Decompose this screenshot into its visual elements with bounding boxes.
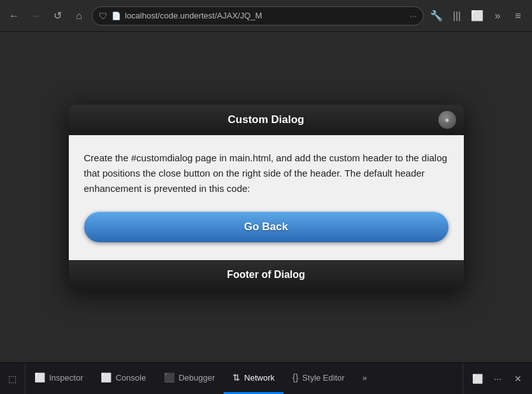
network-icon: ⇅ bbox=[233, 372, 240, 383]
address-text: localhost/code.undertest/AJAX/JQ_M bbox=[125, 11, 406, 20]
devtools-close-icon: ✕ bbox=[514, 374, 522, 384]
back-icon: ← bbox=[9, 10, 19, 22]
reload-button[interactable]: ↺ bbox=[48, 7, 66, 25]
tab-network[interactable]: ⇅ Network bbox=[224, 363, 284, 394]
address-bar[interactable]: 🛡 📄 localhost/code.undertest/AJAX/JQ_M ·… bbox=[92, 6, 424, 26]
browser-toolbar: ← → ↺ ⌂ 🛡 📄 localhost/code.undertest/AJA… bbox=[0, 0, 532, 32]
home-button[interactable]: ⌂ bbox=[70, 7, 88, 25]
devtools-bar: ⬚ ⬜ Inspector ⬜ Console ⬛ Debugger ⇅ Net… bbox=[0, 362, 532, 394]
dialog-close-button[interactable]: ● bbox=[438, 111, 456, 129]
close-icon: ● bbox=[445, 115, 449, 124]
wrench-icon: 🔧 bbox=[430, 10, 443, 22]
overflow-button[interactable]: » bbox=[489, 7, 507, 25]
synced-tabs-icon: ⬜ bbox=[471, 10, 484, 22]
menu-button[interactable]: ≡ bbox=[509, 7, 527, 25]
devtools-tabs: ⬜ Inspector ⬜ Console ⬛ Debugger ⇅ Netwo… bbox=[25, 363, 463, 394]
tab-inspector-label: Inspector bbox=[49, 373, 83, 383]
chevron-right-icon: » bbox=[495, 10, 501, 22]
bookmarks-button[interactable]: ||| bbox=[448, 7, 466, 25]
dock-button[interactable]: ⬜ bbox=[468, 370, 486, 388]
address-more-button[interactable]: ··· bbox=[410, 11, 417, 20]
dialog-body: Create the #customdialog page in main.ht… bbox=[69, 135, 464, 260]
options-icon: ··· bbox=[494, 374, 501, 384]
wrench-button[interactable]: 🔧 bbox=[428, 7, 445, 25]
more-tabs-icon: » bbox=[363, 373, 367, 383]
devtools-left-actions: ⬚ bbox=[0, 363, 25, 394]
go-back-button[interactable]: Go Back bbox=[84, 212, 449, 242]
tab-style-editor[interactable]: {} Style Editor bbox=[284, 363, 354, 394]
home-icon: ⌂ bbox=[76, 10, 82, 22]
inspector-icon: ⬜ bbox=[34, 372, 45, 383]
page-icon: 📄 bbox=[111, 11, 121, 20]
devtools-options-button[interactable]: ··· bbox=[489, 370, 507, 388]
tab-network-label: Network bbox=[244, 373, 275, 383]
forward-button[interactable]: → bbox=[27, 7, 45, 25]
tab-debugger[interactable]: ⬛ Debugger bbox=[155, 363, 224, 394]
dialog-title: Custom Dialog bbox=[228, 113, 305, 126]
tab-more[interactable]: » bbox=[354, 363, 376, 394]
devtools-right-actions: ⬜ ··· ✕ bbox=[463, 363, 532, 394]
shield-icon: 🛡 bbox=[99, 11, 108, 21]
dialog-footer: Footer of Dialog bbox=[69, 260, 464, 289]
hamburger-icon: ≡ bbox=[515, 10, 521, 22]
tab-style-editor-label: Style Editor bbox=[302, 373, 344, 383]
bookmarks-icon: ||| bbox=[453, 10, 461, 22]
style-editor-icon: {} bbox=[292, 372, 298, 383]
synced-tabs-button[interactable]: ⬜ bbox=[468, 7, 486, 25]
custom-dialog: Custom Dialog ● Create the #customdialog… bbox=[69, 105, 464, 289]
dialog-header: Custom Dialog ● bbox=[69, 105, 464, 135]
reload-icon: ↺ bbox=[54, 10, 62, 22]
tab-console-label: Console bbox=[115, 373, 146, 383]
dialog-footer-text: Footer of Dialog bbox=[227, 269, 305, 280]
tab-debugger-label: Debugger bbox=[178, 373, 215, 383]
debugger-icon: ⬛ bbox=[164, 372, 175, 383]
tab-inspector[interactable]: ⬜ Inspector bbox=[25, 363, 92, 394]
tab-console[interactable]: ⬜ Console bbox=[92, 363, 155, 394]
toolbar-icons: 🔧 ||| ⬜ » ≡ bbox=[428, 7, 527, 25]
forward-icon: → bbox=[31, 10, 41, 22]
pick-element-icon: ⬚ bbox=[8, 374, 17, 384]
back-button[interactable]: ← bbox=[5, 7, 23, 25]
dialog-body-text: Create the #customdialog page in main.ht… bbox=[84, 150, 449, 196]
devtools-close-button[interactable]: ✕ bbox=[509, 370, 527, 388]
devtools-pick-element-button[interactable]: ⬚ bbox=[4, 370, 22, 388]
console-icon: ⬜ bbox=[101, 372, 111, 383]
browser-content: Custom Dialog ● Create the #customdialog… bbox=[0, 32, 532, 362]
dock-icon: ⬜ bbox=[472, 374, 483, 384]
